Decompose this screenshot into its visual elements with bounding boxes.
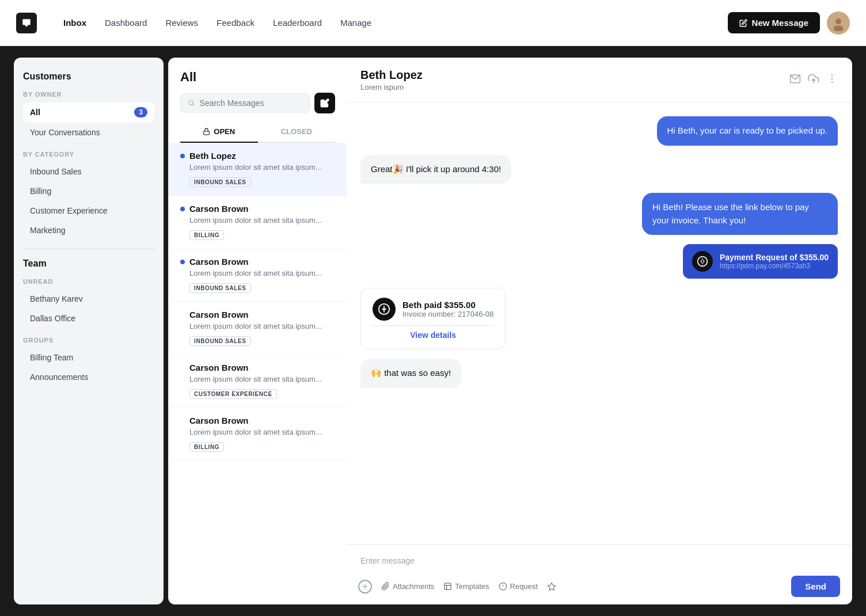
conversation-item-0[interactable]: Beth Lopez Lorem ipsum dolor sit amet si… bbox=[169, 143, 347, 196]
conv-preview: Lorem ipsum dolor sit amet sita ipsum... bbox=[180, 322, 335, 330]
star-icon bbox=[547, 582, 556, 591]
compose-button[interactable] bbox=[314, 93, 335, 113]
sidebar-item-billing-team[interactable]: Billing Team bbox=[23, 348, 154, 367]
svg-marker-21 bbox=[548, 583, 555, 590]
chat-header: Beth Lopez Lorem ispum bbox=[347, 58, 852, 102]
conv-tag: CUSTOMER EXPERIENCE bbox=[189, 389, 277, 399]
conversation-item-1[interactable]: Carson Brown Lorem ipsum dolor sit amet … bbox=[169, 196, 347, 249]
svg-line-6 bbox=[193, 104, 194, 105]
sidebar-item-announcements[interactable]: Announcements bbox=[23, 368, 154, 386]
svg-rect-15 bbox=[445, 583, 451, 590]
templates-button[interactable]: Templates bbox=[443, 582, 489, 591]
conv-preview: Lorem ipsum dolor sit amet sita ipsum... bbox=[180, 163, 335, 172]
conversation-item-3[interactable]: Carson Brown Lorem ipsum dolor sit amet … bbox=[169, 302, 347, 355]
user-avatar[interactable] bbox=[827, 12, 850, 35]
conv-tag: INBOUND SALES bbox=[189, 283, 251, 293]
unread-dot bbox=[180, 154, 185, 158]
unread-label: UNREAD bbox=[23, 278, 154, 285]
by-owner-label: BY OWNER bbox=[23, 91, 154, 98]
upload-icon[interactable] bbox=[808, 73, 819, 88]
sidebar-item-bethany-karev[interactable]: Bethany Karev bbox=[23, 290, 154, 308]
tab-open[interactable]: OPEN bbox=[180, 121, 258, 143]
conv-name: Carson Brown bbox=[189, 416, 249, 425]
sidebar-item-all[interactable]: All 3 bbox=[23, 102, 154, 122]
nav-feedback[interactable]: Feedback bbox=[208, 13, 263, 32]
sidebar-item-marketing[interactable]: Marketing bbox=[23, 221, 154, 239]
chat-header-info: Beth Lopez Lorem ispum bbox=[360, 69, 423, 92]
sidebar-item-dallas-office[interactable]: Dallas Office bbox=[23, 309, 154, 328]
customers-title: Customers bbox=[23, 71, 154, 82]
conversation-item-2[interactable]: Carson Brown Lorem ipsum dolor sit amet … bbox=[169, 249, 347, 302]
msg-bubble-3: Hi Beth! Please use the link below to pa… bbox=[642, 193, 838, 235]
conv-preview: Lorem ipsum dolor sit amet sita ipsum... bbox=[180, 269, 335, 277]
view-details-link[interactable]: View details bbox=[373, 330, 493, 340]
nav-manage[interactable]: Manage bbox=[332, 13, 379, 32]
star-button[interactable] bbox=[547, 582, 556, 591]
top-nav: Inbox Dashboard Reviews Feedback Leaderb… bbox=[0, 0, 866, 46]
msg-inbound-2: 🙌 that was so easy! bbox=[360, 359, 838, 388]
search-row bbox=[180, 93, 335, 113]
msg-outbound-2: Hi Beth! Please use the link below to pa… bbox=[360, 193, 838, 235]
conv-tag: BILLING bbox=[189, 442, 224, 452]
conv-tag: BILLING bbox=[189, 230, 224, 240]
search-input[interactable] bbox=[200, 98, 302, 108]
msg-bubble-5: 🙌 that was so easy! bbox=[360, 359, 461, 388]
template-icon bbox=[443, 582, 452, 591]
sidebar-item-your-conversations[interactable]: Your Conversations bbox=[23, 123, 154, 142]
message-input-placeholder[interactable]: Enter message bbox=[358, 552, 840, 570]
receipt-divider bbox=[373, 325, 493, 326]
request-button[interactable]: Request bbox=[499, 582, 538, 591]
conv-list-title: All bbox=[180, 70, 335, 85]
more-icon[interactable] bbox=[826, 73, 838, 88]
search-box[interactable] bbox=[180, 93, 310, 113]
search-icon bbox=[188, 99, 195, 107]
sidebar-item-billing[interactable]: Billing bbox=[23, 182, 154, 200]
nav-dashboard[interactable]: Dashboard bbox=[97, 13, 155, 32]
payment-request-title: Payment Request of $355.00 bbox=[720, 253, 829, 262]
svg-point-5 bbox=[189, 101, 193, 105]
new-message-button[interactable]: New Message bbox=[728, 12, 820, 33]
svg-point-10 bbox=[831, 74, 833, 76]
msg-outbound-1: Hi Beth, your car is ready to be picked … bbox=[360, 116, 838, 146]
conv-name: Beth Lopez bbox=[189, 151, 236, 161]
nav-inbox[interactable]: Inbox bbox=[55, 13, 94, 32]
sidebar-item-customer-experience[interactable]: Customer Experience bbox=[23, 201, 154, 220]
payment-icon-out bbox=[692, 251, 713, 272]
chat-input-area: Enter message + Attachments Templates bbox=[347, 544, 852, 604]
tab-closed[interactable]: CLOSED bbox=[258, 121, 336, 143]
svg-point-3 bbox=[835, 18, 841, 24]
chat-header-actions bbox=[789, 73, 838, 88]
payment-request-link: https://pdm.pay.com/4573ah3 bbox=[720, 262, 829, 270]
conv-name: Carson Brown bbox=[189, 204, 249, 214]
conv-preview: Lorem ipsum dolor sit amet sita ipsum... bbox=[180, 375, 335, 383]
nav-leaderboard[interactable]: Leaderboard bbox=[265, 13, 330, 32]
receipt-info: Beth paid $355.00 Invoice number: 217046… bbox=[402, 300, 493, 318]
msg-inbound-1: Great🎉 I'll pick it up around 4:30! bbox=[360, 155, 838, 184]
svg-rect-7 bbox=[204, 131, 210, 135]
logo bbox=[16, 13, 37, 33]
main-content: Customers BY OWNER All 3 Your Conversati… bbox=[0, 46, 866, 616]
conv-name: Carson Brown bbox=[189, 257, 249, 267]
chat-toolbar: + Attachments Templates bbox=[358, 576, 840, 597]
request-icon bbox=[499, 582, 507, 591]
sidebar-item-inbound-sales[interactable]: Inbound Sales bbox=[23, 162, 154, 181]
conv-tag: INBOUND SALES bbox=[189, 177, 251, 187]
conversation-item-5[interactable]: Carson Brown Lorem ipsum dolor sit amet … bbox=[169, 408, 347, 461]
open-tab-icon bbox=[203, 128, 210, 135]
conversation-item-4[interactable]: Carson Brown Lorem ipsum dolor sit amet … bbox=[169, 355, 347, 408]
nav-reviews[interactable]: Reviews bbox=[157, 13, 206, 32]
payment-card-out-info: Payment Request of $355.00 https://pdm.p… bbox=[720, 253, 829, 270]
plus-button[interactable]: + bbox=[358, 580, 372, 594]
chat-contact-name: Beth Lopez bbox=[360, 69, 423, 82]
svg-rect-0 bbox=[24, 20, 29, 21]
send-button[interactable]: Send bbox=[791, 576, 840, 597]
conv-items: Beth Lopez Lorem ipsum dolor sit amet si… bbox=[169, 143, 347, 604]
payment-card-outbound: Payment Request of $355.00 https://pdm.p… bbox=[683, 244, 838, 279]
attachments-button[interactable]: Attachments bbox=[381, 582, 434, 591]
unread-dot bbox=[180, 207, 185, 211]
mail-icon[interactable] bbox=[789, 73, 801, 88]
attachment-icon bbox=[381, 582, 390, 591]
conv-name: Carson Brown bbox=[189, 363, 249, 372]
tabs-row: OPEN CLOSED bbox=[180, 121, 335, 143]
svg-point-13 bbox=[698, 257, 708, 267]
